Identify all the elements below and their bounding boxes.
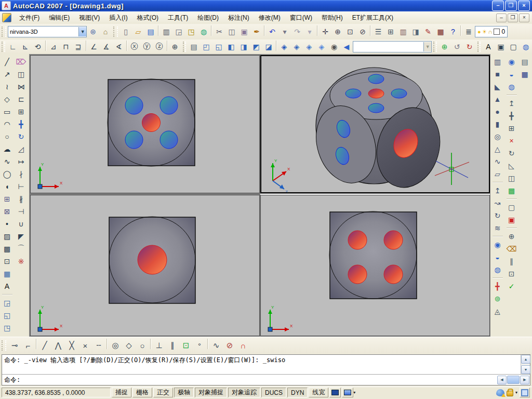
- temporary-track-point-icon[interactable]: ⊸: [8, 339, 21, 352]
- mdi-minimize-button-icon[interactable]: –: [496, 14, 507, 22]
- help-icon[interactable]: ?: [447, 25, 459, 38]
- command-prompt[interactable]: 命令:: [2, 376, 497, 384]
- viewport-top-view[interactable]: Y X: [30, 55, 260, 193]
- coordinate-readout[interactable]: 438.3737, 636.8535 , 0.0000: [2, 388, 111, 397]
- communication-center-icon[interactable]: [496, 389, 504, 396]
- properties-palette-icon[interactable]: ☰: [372, 25, 384, 38]
- pyramid-icon[interactable]: △: [491, 143, 504, 155]
- snap-nearest-icon[interactable]: ∿: [209, 339, 223, 352]
- ducs-toggle[interactable]: DUCS: [261, 388, 286, 397]
- mdi-close-button-icon[interactable]: ×: [519, 14, 529, 22]
- open-file-icon[interactable]: ▱: [132, 25, 144, 38]
- snap-insert-icon[interactable]: ⊡: [179, 339, 193, 352]
- layer-properties-manager-icon[interactable]: ≣: [462, 25, 475, 38]
- revision-cloud-icon[interactable]: ☁: [1, 143, 14, 155]
- helix-icon[interactable]: ∿: [491, 155, 504, 168]
- polygon-icon[interactable]: ◇: [1, 93, 14, 105]
- polyline-icon[interactable]: ≀: [1, 81, 14, 93]
- taper-faces-icon[interactable]: ◺: [506, 159, 518, 172]
- undo-dropdown-icon[interactable]: ▾: [278, 25, 291, 38]
- move-icon[interactable]: ╋: [15, 118, 28, 130]
- text-style-icon[interactable]: A: [482, 41, 495, 53]
- sw-isometric-view-icon[interactable]: ◈: [278, 41, 290, 53]
- erase-icon[interactable]: ⌦: [15, 56, 28, 68]
- otrack-toggle[interactable]: 对象追踪: [228, 388, 260, 397]
- ellipse-arc-icon[interactable]: ◖: [1, 180, 14, 193]
- array-icon[interactable]: ⊞: [15, 105, 28, 118]
- close-button-icon[interactable]: ×: [518, 1, 530, 11]
- 3d-continuous-orbit-icon[interactable]: ↻: [463, 41, 476, 53]
- rotate-y-ucs-icon[interactable]: ⓨ: [141, 41, 153, 53]
- rectangle-icon[interactable]: ▭: [1, 105, 14, 118]
- draworder-send-to-back-icon[interactable]: ◱: [1, 309, 14, 322]
- camera-icon[interactable]: ◉: [328, 41, 340, 53]
- box-icon[interactable]: ■: [491, 68, 504, 81]
- mdi-restore-button-icon[interactable]: ❐: [508, 14, 518, 22]
- polar-toggle[interactable]: 极轴: [174, 388, 194, 397]
- wireframe-box-icon[interactable]: ▢: [507, 41, 520, 53]
- scroll-right-icon[interactable]: ▶: [520, 376, 529, 384]
- viewport-sw-isometric-active[interactable]: Y X Z: [260, 55, 490, 193]
- back-view-icon[interactable]: ◪: [262, 41, 275, 53]
- intersect-icon[interactable]: ◍: [491, 263, 504, 276]
- snap-perpendicular-icon[interactable]: ⊥: [152, 339, 166, 352]
- dyn-toggle[interactable]: DYN: [287, 388, 308, 397]
- trim-icon[interactable]: ∤: [15, 168, 28, 180]
- tray-arrow-icon[interactable]: ▾: [515, 390, 517, 395]
- cut-icon[interactable]: ✂: [213, 25, 225, 38]
- viewport-right-view[interactable]: Y X: [260, 195, 490, 336]
- plot-icon[interactable]: ▥: [160, 25, 172, 38]
- model-space-button[interactable]: [329, 388, 341, 397]
- scroll-thumb[interactable]: [507, 376, 520, 384]
- right-view-icon[interactable]: ◨: [237, 41, 250, 53]
- toolbar-grip[interactable]: [477, 42, 481, 52]
- ortho-toggle[interactable]: 正交: [153, 388, 173, 397]
- construction-line-icon[interactable]: ↗: [1, 68, 14, 81]
- spline-icon[interactable]: ∿: [1, 155, 14, 168]
- view-ucs-icon[interactable]: ⊒: [72, 41, 85, 53]
- bottom-view-icon[interactable]: ◱: [212, 41, 225, 53]
- menu-view[interactable]: 视图(V): [74, 12, 104, 24]
- box-modeling-icon[interactable]: ▣: [495, 41, 507, 53]
- 3point-ucs-icon[interactable]: ∢: [113, 41, 125, 53]
- menu-file[interactable]: 文件(F): [15, 12, 44, 24]
- menu-tools[interactable]: 工具(T): [163, 12, 193, 24]
- toolbar-grip[interactable]: [2, 340, 6, 351]
- layer-control[interactable]: ●☀∩ 0: [475, 26, 508, 37]
- menu-window[interactable]: 窗口(W): [285, 12, 317, 24]
- named-views-icon[interactable]: ▤: [188, 41, 200, 53]
- layer-freeze-sun-icon[interactable]: ☀: [482, 29, 487, 35]
- se-isometric-view-icon[interactable]: ◈: [290, 41, 303, 53]
- 3d-dwf-icon[interactable]: ◍: [197, 25, 210, 38]
- workspace-combo[interactable]: ▼: [8, 26, 87, 37]
- make-block-icon[interactable]: ⊠: [1, 205, 14, 218]
- clean-screen-button[interactable]: [520, 388, 530, 397]
- new-file-icon[interactable]: ▯: [119, 25, 132, 38]
- my-workspace-icon[interactable]: ⌂: [99, 25, 112, 38]
- multiline-text-icon[interactable]: A: [1, 280, 14, 292]
- cone-icon[interactable]: ▲: [491, 93, 504, 105]
- rotate-icon[interactable]: ↻: [15, 130, 28, 143]
- render-presets-icon[interactable]: ▤: [518, 56, 531, 68]
- fillet-icon[interactable]: ⌒: [15, 243, 28, 255]
- rotate-faces-icon[interactable]: ↻: [506, 147, 518, 159]
- toolbar-grip[interactable]: [2, 42, 5, 52]
- named-view-back-icon[interactable]: ◀: [340, 41, 353, 53]
- toolbar-grip[interactable]: [433, 42, 437, 52]
- menu-express-tools[interactable]: ET扩展工具(X): [348, 12, 398, 24]
- offset-faces-icon[interactable]: ⊞: [506, 122, 518, 135]
- quickcalc-icon[interactable]: ▦: [434, 25, 447, 38]
- menu-format[interactable]: 格式(O): [132, 12, 163, 24]
- gradient-icon[interactable]: ▩: [1, 243, 14, 255]
- snap-toggle[interactable]: 捕捉: [112, 388, 131, 397]
- draworder-bring-above-icon[interactable]: ◳: [1, 322, 14, 334]
- snap-endpoint-icon[interactable]: ╱: [38, 339, 51, 352]
- world-ucs-icon[interactable]: ⊾: [19, 41, 32, 53]
- break-at-point-icon[interactable]: ⊣: [15, 205, 28, 218]
- extrude-faces-icon[interactable]: ↥: [506, 97, 518, 110]
- snap-intersection-icon[interactable]: ╳: [65, 339, 78, 352]
- snap-quadrant-icon[interactable]: ◇: [122, 339, 136, 352]
- 3d-swivel-icon[interactable]: ↺: [451, 41, 463, 53]
- previous-ucs-icon[interactable]: ⟲: [32, 41, 44, 53]
- 3d-rotate-icon[interactable]: ⊚: [491, 292, 504, 305]
